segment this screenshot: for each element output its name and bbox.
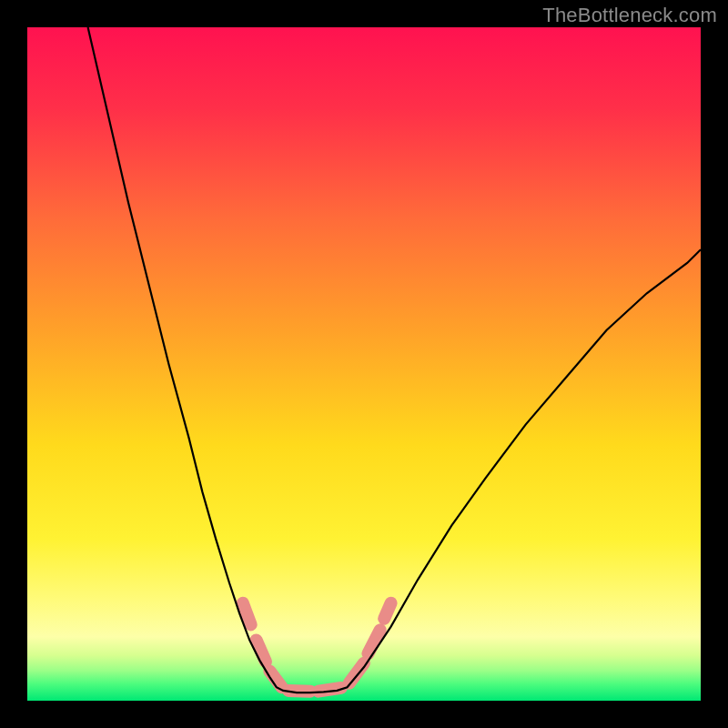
- chart-frame: TheBottleneck.com: [0, 0, 728, 728]
- dash-segment: [384, 603, 390, 619]
- plot-area: [27, 27, 701, 701]
- dash-segment: [243, 603, 251, 625]
- curve-layer: [27, 27, 701, 701]
- dash-segment: [368, 630, 379, 653]
- bottleneck-curve: [88, 27, 701, 693]
- watermark-text: TheBottleneck.com: [542, 4, 717, 27]
- dash-segment: [349, 663, 364, 683]
